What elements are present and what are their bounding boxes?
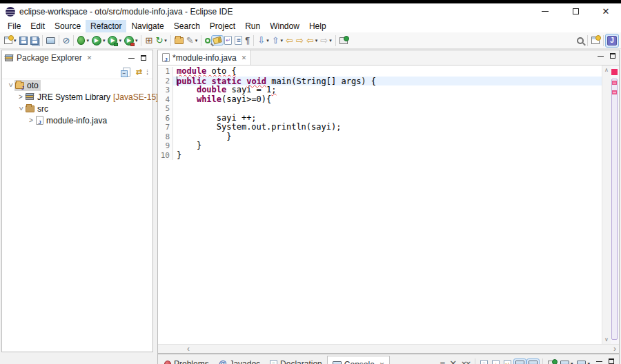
previous-annotation-button[interactable]: ⇧▾ — [270, 34, 284, 47]
menu-search[interactable]: Search — [169, 20, 205, 32]
code-line-2[interactable]: ✕2public static void main(String[] args)… — [158, 77, 602, 86]
show-whitespace-button[interactable]: ¶ — [244, 34, 251, 47]
menu-refactor[interactable]: Refactor — [86, 20, 126, 32]
external-tools-dropdown-icon[interactable]: ▾ — [195, 38, 198, 43]
run-button[interactable]: ▶▾ — [90, 34, 107, 47]
remove-launch-button[interactable]: ✕ — [448, 358, 458, 364]
tree-item-oto[interactable]: >oto — [2, 79, 152, 91]
package-explorer-close-icon[interactable]: ✕ — [87, 54, 92, 61]
forward-history-button[interactable]: ⇨▾ — [319, 34, 333, 47]
next-annotation-button[interactable]: ⇩▾ — [256, 34, 270, 47]
display-selected-console-dropdown-icon[interactable]: ▾ — [571, 361, 573, 364]
run-coverage-button[interactable]: ▶▾ — [106, 34, 123, 47]
explorer-minimize-button[interactable] — [125, 52, 137, 63]
code-line-3[interactable]: ✕3 double sayi = 1; — [158, 85, 602, 95]
menu-help[interactable]: Help — [304, 20, 331, 32]
new-wizard-dropdown-icon[interactable]: ▾ — [14, 38, 17, 43]
debug-dropdown-icon[interactable]: ▾ — [86, 38, 89, 43]
tree-item-module-info-java[interactable]: >Jmodule-info.java — [2, 114, 152, 126]
horizontal-scrollbar[interactable]: ‹ › — [158, 344, 619, 353]
debug-button[interactable]: ▾ — [76, 34, 90, 46]
collapse-arrow-icon[interactable]: > — [7, 81, 14, 90]
editor-tab-module-info[interactable]: J *module-info.java ✕ — [158, 50, 251, 65]
collapse-arrow-icon[interactable]: > — [17, 105, 25, 113]
error-overview-mark[interactable] — [612, 81, 617, 85]
editor-maximize-button[interactable] — [607, 50, 619, 61]
code-line-7[interactable]: 7 System.out.println(sayi); — [158, 123, 602, 132]
code-line-9[interactable]: 9 } — [158, 141, 602, 151]
remove-all-terminated-button[interactable]: ✕✕ — [460, 358, 471, 364]
tab-javadoc[interactable]: @Javadoc — [214, 356, 265, 364]
vertical-scrollbar[interactable]: ∧ ∨ — [602, 65, 611, 344]
profile-button[interactable]: ▶▾ — [123, 34, 139, 47]
menu-window[interactable]: Window — [265, 20, 304, 32]
open-type-button[interactable] — [204, 37, 212, 45]
tree-item-src[interactable]: >src — [2, 103, 152, 114]
view-menu-button[interactable]: ⁞ — [146, 69, 148, 76]
maximize-button[interactable] — [560, 3, 591, 19]
next-edit-location-button[interactable]: ⇨ — [295, 34, 305, 47]
editor-tab-close-icon[interactable]: ✕ — [241, 54, 247, 61]
bottom-minimize-button[interactable] — [593, 356, 605, 364]
pin-editor-button[interactable] — [338, 36, 349, 46]
terminate-button[interactable]: ■ — [438, 358, 446, 364]
minimize-button[interactable] — [530, 3, 560, 19]
editor-minimize-button[interactable] — [594, 50, 607, 61]
tab-close-icon[interactable]: ✕ — [379, 361, 385, 364]
refresh-button[interactable]: ↻▾ — [154, 34, 168, 47]
open-console-button[interactable]: ▾ — [575, 359, 591, 364]
java-perspective-button[interactable]: J — [606, 34, 618, 47]
previous-annotation-dropdown-icon[interactable]: ▾ — [281, 38, 284, 43]
menu-navigate[interactable]: Navigate — [126, 20, 168, 32]
external-tools-button[interactable]: ✎▾ — [185, 34, 199, 47]
scroll-up-icon[interactable]: ∧ — [604, 67, 609, 73]
search-button[interactable] — [575, 36, 585, 46]
forward-history-dropdown-icon[interactable]: ▾ — [329, 38, 332, 43]
link-with-editor-button[interactable]: ⇄ — [136, 68, 141, 77]
code-line-1[interactable]: ✕1module oto { — [158, 67, 602, 77]
menu-source[interactable]: Source — [50, 20, 86, 32]
new-java-project-button[interactable]: ⊞ — [144, 34, 154, 47]
tab-console[interactable]: Console✕ — [327, 356, 391, 364]
word-wrap-button[interactable]: ↵ — [502, 358, 513, 364]
refresh-dropdown-icon[interactable]: ▾ — [164, 38, 167, 43]
close-button[interactable]: ✕ — [591, 3, 621, 19]
scroll-down-icon[interactable]: ∨ — [604, 336, 609, 343]
open-perspective-button[interactable] — [590, 35, 601, 46]
bottom-maximize-button[interactable] — [605, 356, 618, 364]
run-coverage-dropdown-icon[interactable]: ▾ — [119, 38, 121, 43]
tree-item-jre-system-library[interactable]: >JRE System Library [JavaSE-15] — [2, 91, 152, 103]
code-editor[interactable]: ✕1module oto {✕2public static void main(… — [158, 65, 602, 344]
show-console-on-stderr-button[interactable] — [527, 359, 539, 364]
profile-dropdown-icon[interactable]: ▾ — [135, 38, 138, 43]
save-button[interactable] — [18, 35, 29, 46]
block-selection-mode-button[interactable]: ≣ — [233, 34, 244, 46]
new-wizard-button[interactable]: ▾ — [3, 35, 18, 46]
tab-problems[interactable]: Problems — [159, 356, 214, 364]
last-edit-location-button[interactable]: ⇦ — [284, 34, 295, 47]
clear-console-button[interactable]: ≡ — [479, 358, 489, 364]
pin-console-button[interactable] — [546, 359, 558, 364]
skip-all-breakpoints-button[interactable]: ⊘ — [61, 34, 72, 47]
open-console-dropdown-icon[interactable]: ▾ — [587, 361, 590, 364]
expand-arrow-icon[interactable]: > — [17, 93, 25, 101]
toggle-mark-occurrences-button[interactable] — [212, 36, 223, 45]
code-line-4[interactable]: 4 while(sayi>=0){ — [158, 95, 602, 105]
menu-file[interactable]: File — [3, 20, 26, 32]
scroll-right-icon[interactable]: › — [613, 345, 616, 352]
overview-ruler[interactable] — [611, 65, 619, 344]
expand-arrow-icon[interactable]: > — [27, 117, 35, 124]
error-overview-mark[interactable] — [612, 90, 617, 94]
code-line-10[interactable]: 10} — [158, 151, 602, 161]
code-line-6[interactable]: 6 sayi ++; — [158, 114, 602, 123]
next-annotation-dropdown-icon[interactable]: ▾ — [266, 38, 269, 43]
tab-declaration[interactable]: ≡Declaration — [265, 356, 327, 364]
explorer-maximize-button[interactable] — [137, 52, 150, 63]
menu-project[interactable]: Project — [205, 20, 240, 32]
collapse-all-button[interactable] — [123, 68, 130, 77]
code-line-5[interactable]: 5 — [158, 104, 602, 114]
display-selected-console-button[interactable]: ▾ — [559, 359, 575, 364]
back-history-button[interactable]: ⇦▾ — [305, 34, 319, 47]
run-dropdown-icon[interactable]: ▾ — [103, 38, 106, 43]
show-source-of-selected-element-button[interactable]: ↵ — [223, 34, 233, 46]
